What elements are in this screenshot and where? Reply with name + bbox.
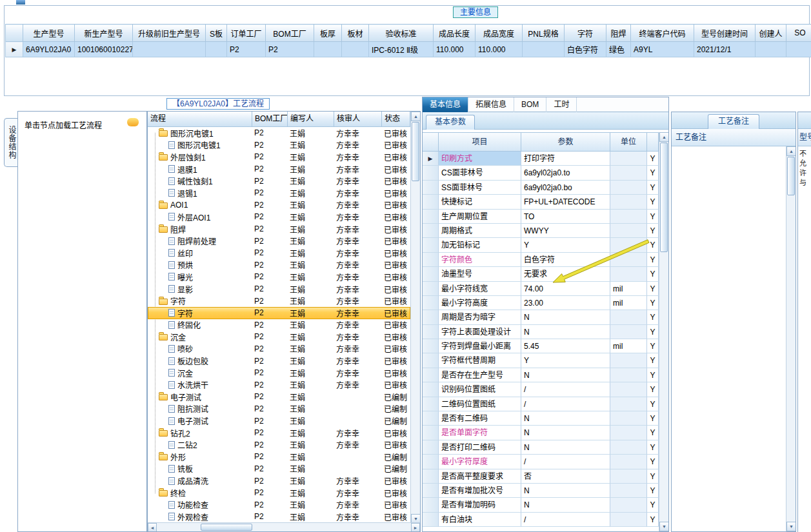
tree-col-reviewer[interactable]: 核审人 [334,112,382,127]
param-unit[interactable] [610,498,647,512]
param-row[interactable]: 字符框代替周期YY [423,353,659,368]
param-row[interactable]: 加无铅标记YY [423,238,659,252]
top-grid-cell-3[interactable] [206,42,227,57]
param-row[interactable]: 最小字符高度23.00milY [423,296,659,310]
scroll-up-icon[interactable]: ▲ [659,132,669,142]
param-value[interactable]: 5.45 [521,339,610,353]
tree-row[interactable]: 阻抗测试P2王娟已编制 [148,403,410,415]
param-row-indicator[interactable] [423,325,439,339]
top-grid-col-8[interactable]: 验收标准 [369,25,434,42]
param-item[interactable]: 最小字符线宽 [439,282,521,296]
tree-row[interactable]: 成品清洗P2王娟方幸幸已审核 [148,475,410,487]
param-row-indicator[interactable] [423,166,439,180]
param-row[interactable]: 快捷标记FP+UL+DATECODEY [423,195,659,209]
param-item[interactable]: 是否高平整度要求 [439,469,521,484]
param-row[interactable]: CS面菲林号6a9yl02ja0.toY [423,166,659,180]
tree-row[interactable]: AOI1P2王娟方幸幸已审核 [148,199,410,212]
param-row-indicator[interactable] [423,267,439,281]
param-row-indicator[interactable] [423,353,439,368]
param-row[interactable]: 周期格式WWYYY [423,224,659,238]
tree-row[interactable]: 丝印P2王娟方幸幸已审核 [148,247,410,259]
param-row[interactable]: 字符到焊盘最小距离5.45milY [423,339,659,353]
top-grid-cell-12[interactable]: 白色字符 [565,42,606,57]
param-row-indicator[interactable] [423,224,439,238]
top-grid-col-16[interactable]: 创建人 [756,25,786,42]
param-flag[interactable]: Y [647,267,659,281]
detail-vertical-scrollbar[interactable]: ▲ ▼ [659,132,668,531]
param-item[interactable]: 快捷标记 [439,195,521,209]
top-grid-cell-4[interactable]: P2 [227,42,266,57]
param-unit[interactable] [610,210,647,224]
param-unit[interactable] [610,440,647,455]
top-grid-col-2[interactable]: 升级前旧生产型号 [133,25,206,42]
tree-col-status[interactable]: 状态 [382,112,410,127]
param-value[interactable]: N [521,411,610,426]
param-value[interactable]: 6a9yl02ja0.to [521,166,610,180]
param-row[interactable]: 是否高平整度要求否Y [423,469,659,484]
top-grid-cell-14[interactable]: A9YL [631,42,694,57]
param-flag[interactable]: Y [647,253,659,267]
scroll-thumb[interactable] [660,143,668,252]
scroll-up-icon[interactable]: ▲ [411,112,421,121]
tree-row[interactable]: 退膜1P2王娟方幸幸已审核 [148,163,410,175]
param-row-indicator[interactable] [423,397,439,411]
param-value[interactable]: Y [521,353,610,368]
param-row[interactable]: 二维码位置图纸/Y [423,397,659,411]
top-grid-cell-7[interactable] [342,42,369,57]
tree-row[interactable]: 图形沉电镀1P2王娟方幸幸已审核 [148,127,410,139]
scroll-up-icon[interactable]: ▲ [786,146,796,156]
param-row[interactable]: 周期是否为暗字NY [423,310,659,324]
tree-row[interactable]: 阻焊前处理P2王娟方幸幸已审核 [148,235,410,247]
param-row[interactable]: 是否存在生产型号NY [423,368,659,382]
param-unit[interactable] [610,411,647,426]
tree-row[interactable]: 终固化P2王娟方幸幸已审核 [148,319,410,331]
param-unit[interactable] [610,152,647,166]
tree-row[interactable]: 功能检查P2王娟方幸幸已审核 [148,498,410,511]
tab-extended-info[interactable]: 拓展信息 [468,97,514,112]
param-unit[interactable] [610,310,647,324]
param-flag[interactable]: Y [647,455,659,469]
notes-vertical-scrollbar[interactable]: ▲ ▼ [786,146,796,531]
tab-basic-info[interactable]: 基本信息 [423,97,468,112]
tree-row[interactable]: 曝光P2王娟方幸幸已审核 [148,271,410,283]
param-unit[interactable] [610,484,647,498]
tree-row[interactable]: 板边包胶P2王娟方幸幸已审核 [148,355,410,367]
param-flag[interactable]: Y [647,469,659,484]
param-value[interactable]: / [521,397,610,411]
tree-row[interactable]: 外层蚀刻1P2王娟方幸幸已审核 [148,151,410,163]
param-row-indicator[interactable] [423,411,439,426]
param-unit[interactable]: mil [610,282,647,296]
param-item[interactable]: 最小字符厚度 [439,455,521,469]
scroll-thumb[interactable] [201,524,252,531]
top-grid-cell-15[interactable]: 2021/12/1 [694,42,756,57]
tree-row[interactable]: 钻孔2P2王娟方幸幸已审核 [148,427,410,439]
tree-row[interactable]: 字符P2王娟方幸幸已审核 [148,295,410,307]
param-value[interactable]: TO [521,210,610,224]
tree-row[interactable]: 沉金P2王娟方幸幸已审核 [148,367,410,379]
param-unit[interactable] [610,238,647,252]
top-grid-cell-2[interactable] [133,42,206,57]
param-flag[interactable]: Y [647,166,659,180]
param-row-indicator[interactable]: ▶ [423,152,439,166]
top-grid-col-15[interactable]: 型号创建时间 [694,25,756,42]
param-row[interactable]: 最小字符线宽74.00milY [423,282,659,296]
param-unit[interactable] [610,469,647,484]
param-row-indicator[interactable] [423,238,439,252]
tree-row[interactable]: 外形P2王娟已编制 [148,451,410,463]
param-flag[interactable]: Y [647,484,659,498]
top-grid-col-4[interactable]: 订单工厂 [227,25,266,42]
param-unit[interactable] [610,325,647,339]
param-flag[interactable]: Y [647,513,659,527]
param-value[interactable]: N [521,498,610,512]
param-item[interactable]: 是否有二维码 [439,411,521,426]
param-flag[interactable]: Y [647,411,659,426]
tab-bom[interactable]: BOM [514,97,546,112]
param-row[interactable]: 是否有增加批次号NY [423,484,659,498]
param-flag[interactable]: Y [647,440,659,455]
param-flag[interactable]: Y [647,282,659,296]
param-item[interactable]: 是否有增加明码 [439,498,521,512]
param-row[interactable]: 字符颜色白色字符Y [423,253,659,267]
param-item[interactable]: 字符框代替周期 [439,353,521,368]
tree-horizontal-scrollbar[interactable]: ◄ ► [148,522,420,531]
param-row[interactable]: ▶印刷方式打印字符Y [423,152,659,166]
